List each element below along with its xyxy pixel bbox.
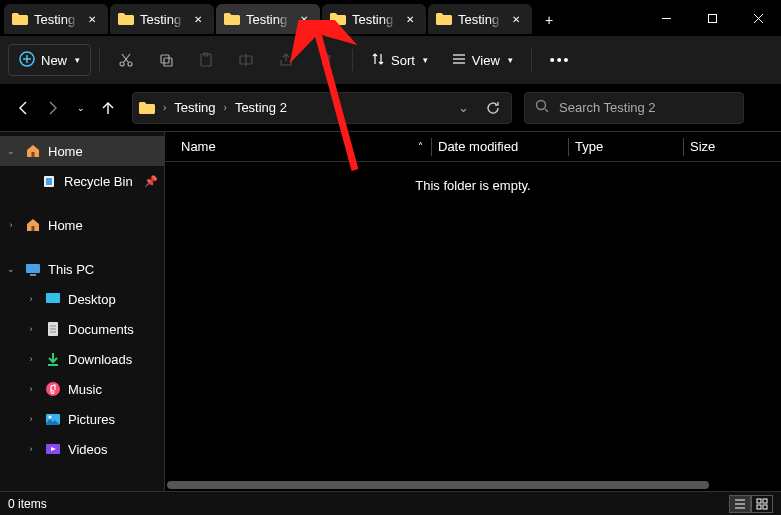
home-icon: [24, 216, 42, 234]
chevron-right-icon[interactable]: ›: [24, 324, 38, 334]
videos-icon: [44, 440, 62, 458]
column-type[interactable]: Type: [575, 132, 683, 161]
navigation-pane: ⌄ Home Recycle Bin 📌 › Home ⌄ This PC › …: [0, 132, 165, 491]
search-icon: [535, 99, 549, 116]
content-pane: Name ˄ Date modified Type Size This fold…: [165, 132, 781, 491]
new-button[interactable]: New ▾: [8, 44, 91, 76]
sidebar-item-recycle-bin[interactable]: Recycle Bin 📌: [0, 166, 164, 196]
tab-label: Testing: [246, 12, 290, 27]
maximize-button[interactable]: [689, 0, 735, 36]
search-input[interactable]: [557, 99, 733, 116]
column-separator[interactable]: [431, 138, 432, 156]
scrollbar-thumb[interactable]: [167, 481, 709, 489]
sidebar-item-home2[interactable]: › Home: [0, 210, 164, 240]
tab-strip: Testing ✕ Testing ✕ Testing ✕ Testing ✕ …: [0, 0, 643, 36]
sidebar-item-videos[interactable]: › Videos: [0, 434, 164, 464]
new-tab-button[interactable]: +: [534, 4, 564, 36]
sidebar-item-pictures[interactable]: › Pictures: [0, 404, 164, 434]
cut-button[interactable]: [108, 44, 144, 76]
sidebar-item-home[interactable]: ⌄ Home: [0, 136, 164, 166]
chevron-down-icon: ▾: [508, 55, 513, 65]
search-box[interactable]: [524, 92, 744, 124]
view-icon: [452, 52, 466, 69]
sidebar-item-desktop[interactable]: › Desktop: [0, 284, 164, 314]
chevron-right-icon[interactable]: ›: [24, 294, 38, 304]
view-button[interactable]: View ▾: [442, 44, 523, 76]
sidebar-item-documents[interactable]: › Documents: [0, 314, 164, 344]
share-button[interactable]: [268, 44, 304, 76]
chevron-right-icon[interactable]: ›: [222, 102, 229, 113]
thumbnails-view-button[interactable]: [751, 495, 773, 513]
sort-icon: [371, 52, 385, 69]
chevron-down-icon[interactable]: ⌄: [4, 264, 18, 274]
svg-rect-11: [161, 55, 169, 63]
tab-4[interactable]: Testing ✕: [428, 4, 532, 34]
minimize-button[interactable]: [643, 0, 689, 36]
close-window-button[interactable]: [735, 0, 781, 36]
tab-label: Testing: [34, 12, 78, 27]
svg-rect-42: [763, 499, 767, 503]
close-icon[interactable]: ✕: [508, 11, 524, 27]
breadcrumb-item[interactable]: Testing: [174, 100, 215, 115]
address-bar[interactable]: › Testing › Testing 2 ⌄: [132, 92, 512, 124]
chevron-right-icon[interactable]: ›: [24, 354, 38, 364]
svg-rect-43: [757, 505, 761, 509]
desktop-icon: [44, 290, 62, 308]
status-bar: 0 items: [0, 491, 781, 515]
sidebar-item-downloads[interactable]: › Downloads: [0, 344, 164, 374]
column-date[interactable]: Date modified: [438, 132, 568, 161]
close-icon[interactable]: ✕: [402, 11, 418, 27]
svg-line-9: [124, 54, 131, 63]
column-separator[interactable]: [568, 138, 569, 156]
column-separator[interactable]: [683, 138, 684, 156]
tab-label: Testing: [140, 12, 184, 27]
item-count: 0 items: [8, 497, 47, 511]
chevron-right-icon[interactable]: ›: [24, 444, 38, 454]
horizontal-scrollbar[interactable]: [165, 479, 781, 491]
documents-icon: [44, 320, 62, 338]
close-icon[interactable]: ✕: [190, 11, 206, 27]
chevron-down-icon[interactable]: ⌄: [4, 146, 18, 156]
close-icon[interactable]: ✕: [84, 11, 100, 27]
close-icon[interactable]: ✕: [296, 11, 312, 27]
recent-locations-button[interactable]: ⌄: [68, 96, 92, 120]
svg-point-20: [537, 101, 546, 110]
rename-button[interactable]: [228, 44, 264, 76]
refresh-button[interactable]: [481, 96, 505, 120]
details-view-button[interactable]: [729, 495, 751, 513]
copy-button[interactable]: [148, 44, 184, 76]
new-label: New: [41, 53, 67, 68]
column-headers: Name ˄ Date modified Type Size: [165, 132, 781, 162]
chevron-down-icon: ⌄: [77, 103, 85, 113]
up-button[interactable]: [96, 96, 120, 120]
folder-icon: [118, 13, 134, 25]
downloads-icon: [44, 350, 62, 368]
delete-button[interactable]: [308, 44, 344, 76]
folder-icon: [139, 102, 155, 114]
tab-1[interactable]: Testing ✕: [110, 4, 214, 34]
pin-icon: 📌: [144, 175, 158, 188]
paste-button[interactable]: [188, 44, 224, 76]
sort-button[interactable]: Sort ▾: [361, 44, 438, 76]
address-history-button[interactable]: ⌄: [451, 96, 475, 120]
chevron-right-icon[interactable]: ›: [4, 220, 18, 230]
forward-button[interactable]: [40, 96, 64, 120]
svg-rect-26: [26, 264, 40, 273]
sidebar-item-music[interactable]: › Music: [0, 374, 164, 404]
back-button[interactable]: [12, 96, 36, 120]
chevron-right-icon[interactable]: ›: [24, 414, 38, 424]
breadcrumb-item[interactable]: Testing 2: [235, 100, 287, 115]
chevron-right-icon[interactable]: ›: [24, 384, 38, 394]
more-button[interactable]: •••: [540, 44, 581, 76]
tab-0[interactable]: Testing ✕: [4, 4, 108, 34]
sidebar-item-this-pc[interactable]: ⌄ This PC: [0, 254, 164, 284]
svg-rect-22: [32, 152, 35, 157]
title-bar: Testing ✕ Testing ✕ Testing ✕ Testing ✕ …: [0, 0, 781, 36]
column-name[interactable]: Name ˄: [181, 132, 431, 161]
chevron-right-icon[interactable]: ›: [161, 102, 168, 113]
chevron-down-icon: ▾: [423, 55, 428, 65]
tab-3[interactable]: Testing ✕: [322, 4, 426, 34]
more-icon: •••: [550, 52, 571, 68]
column-size[interactable]: Size: [690, 132, 781, 161]
tab-2[interactable]: Testing ✕: [216, 4, 320, 34]
